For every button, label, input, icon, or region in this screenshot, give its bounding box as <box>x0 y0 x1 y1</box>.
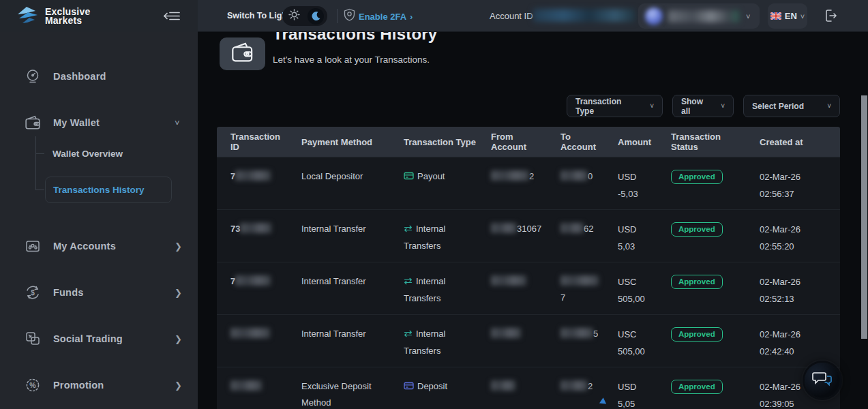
cell-payment-method: Internal Transfer <box>288 210 390 262</box>
chevron-down-icon: ˅ <box>650 102 654 110</box>
sidebar-item-funds[interactable]: $ Funds ❯ <box>0 279 198 306</box>
redacted-value <box>230 328 270 338</box>
account-selector[interactable]: ˅ <box>638 3 760 29</box>
sidebar-item-dashboard[interactable]: Dashboard <box>0 63 198 90</box>
redacted-value <box>560 380 588 391</box>
chevron-right-icon: ❯ <box>175 380 182 391</box>
account-name-redacted <box>668 10 739 22</box>
brand-text: Exclusive Markets <box>45 7 90 25</box>
transaction-type-icon <box>404 169 414 185</box>
chevron-down-icon: ˅ <box>721 102 725 110</box>
page-subtitle: Let's have a look at your Transactions. <box>273 55 430 65</box>
cell-transaction-status: Approved <box>657 157 746 209</box>
enable-2fa-link[interactable]: Enable 2FA › <box>344 8 413 25</box>
status-badge: Approved <box>671 275 723 289</box>
cell-transaction-status: Approved <box>657 262 746 314</box>
sidebar-collapse-icon[interactable] <box>162 10 181 25</box>
sidebar-item-my-wallet[interactable]: My Wallet ˅ <box>0 109 198 136</box>
col-transaction-type: Transaction Type <box>390 137 477 147</box>
redacted-value <box>560 275 599 286</box>
cell-from-account <box>477 262 547 314</box>
cell-transaction-status: Approved <box>657 367 746 409</box>
table-row[interactable]: Exclusive Deposit Method Deposit 2 USD 5… <box>217 367 840 409</box>
sidebar-item-label: My Wallet <box>53 117 100 128</box>
table-row[interactable]: Internal Transfer Internal Transfers 5 U… <box>217 314 840 367</box>
cell-to-account: 2 <box>547 367 604 409</box>
col-to-account: To Account <box>547 132 604 152</box>
svg-text:%: % <box>29 381 36 389</box>
avatar <box>645 7 663 25</box>
cell-from-account <box>477 367 547 409</box>
redacted-value <box>560 328 593 338</box>
topbar-brand-section: Exclusive Markets <box>0 0 198 32</box>
app-root: Transactions History Let's have a look a… <box>0 0 868 409</box>
sidebar-item-label: Promotion <box>53 380 104 391</box>
table-body: 7 Local Depositor Payout 2 0 USD -5,03 A… <box>217 157 840 409</box>
chat-bubbles-icon <box>811 370 833 391</box>
redacted-value <box>240 223 271 233</box>
sidebar-item-transactions-history[interactable]: Transactions History <box>45 177 172 203</box>
cell-payment-method: Local Depositor <box>288 157 390 209</box>
chevron-right-icon: ❯ <box>175 288 182 298</box>
cell-to-account: 0 <box>547 157 604 209</box>
table-row[interactable]: 7 Local Depositor Payout 2 0 USD -5,03 A… <box>217 157 840 209</box>
cell-amount: USC505,00 <box>604 262 657 314</box>
wallet-icon <box>230 41 256 67</box>
sidebar-item-social-trading[interactable]: Social Trading ❯ <box>0 325 198 352</box>
sidebar-item-my-accounts[interactable]: My Accounts ❯ <box>0 232 198 260</box>
transaction-type-filter[interactable]: Transaction Type ˅ <box>567 95 663 117</box>
topbar-divider <box>337 9 338 23</box>
cell-created-at: 02-Mar-26 02:56:37 <box>746 157 840 209</box>
transaction-type-icon <box>404 222 413 238</box>
redacted-value <box>491 328 521 338</box>
redacted-value <box>560 223 584 233</box>
page-wallet-icon-box <box>220 37 265 70</box>
cell-created-at: 02-Mar-26 02:42:40 <box>746 315 840 367</box>
sidebar-item-label: Dashboard <box>53 71 106 82</box>
redacted-value <box>491 275 526 286</box>
col-from-account: From Account <box>477 132 547 152</box>
transaction-type-icon <box>404 274 413 290</box>
theme-toggle[interactable] <box>282 6 327 26</box>
enable-2fa-label: Enable 2FA <box>359 12 406 22</box>
shield-icon <box>344 8 355 25</box>
col-transaction-id: Transaction ID <box>217 132 288 152</box>
account-id-label: Account ID <box>490 11 533 21</box>
chevron-down-icon: ˅ <box>746 12 750 20</box>
transaction-type-icon <box>404 327 413 343</box>
chevron-down-icon: ˅ <box>800 12 805 20</box>
col-created-at: Created at <box>746 137 840 147</box>
cell-transaction-status: Approved <box>657 210 746 262</box>
logout-icon[interactable] <box>822 7 839 27</box>
sidebar-item-wallet-overview[interactable]: Wallet Overview <box>53 147 123 160</box>
cell-transaction-type: Internal Transfers <box>390 315 477 367</box>
svg-text:$: $ <box>31 289 35 297</box>
table-row[interactable]: 7 Internal Transfer Internal Transfers 7… <box>217 262 840 314</box>
filters-bar: Transaction Type ˅ Show all ˅ Select Per… <box>567 95 840 117</box>
col-amount: Amount <box>604 137 657 147</box>
sidebar-item-promotion[interactable]: % Promotion ❯ <box>0 372 198 399</box>
sidebar-item-label: Wallet Overview <box>53 149 123 159</box>
cell-from-account: 2 <box>477 157 547 209</box>
brand-logo[interactable]: Exclusive Markets <box>16 5 90 27</box>
promotion-icon: % <box>23 376 42 394</box>
chat-widget-button[interactable] <box>805 363 840 398</box>
sidebar-item-label: Social Trading <box>53 333 123 344</box>
redacted-value <box>235 170 271 181</box>
table-row[interactable]: 73 Internal Transfer Internal Transfers … <box>217 209 840 262</box>
chevron-right-icon: › <box>410 12 413 22</box>
cell-amount: USD -5,03 <box>604 157 657 209</box>
cell-to-account: 5 <box>547 315 604 367</box>
submenu-tree-line <box>35 190 44 190</box>
funds-icon: $ <box>23 284 42 301</box>
vertical-scrollbar[interactable] <box>861 95 867 339</box>
select-period-filter[interactable]: Select Period ˅ <box>743 95 840 117</box>
brand-line2: Markets <box>45 15 82 26</box>
cell-transaction-type: Internal Transfers <box>390 262 477 314</box>
cell-transaction-id: 7 <box>217 157 288 209</box>
cell-transaction-type: Payout <box>390 157 477 209</box>
show-all-filter[interactable]: Show all ˅ <box>672 95 734 117</box>
redacted-value <box>491 380 515 391</box>
language-selector[interactable]: EN ˅ <box>768 3 807 29</box>
accounts-icon <box>23 237 42 255</box>
